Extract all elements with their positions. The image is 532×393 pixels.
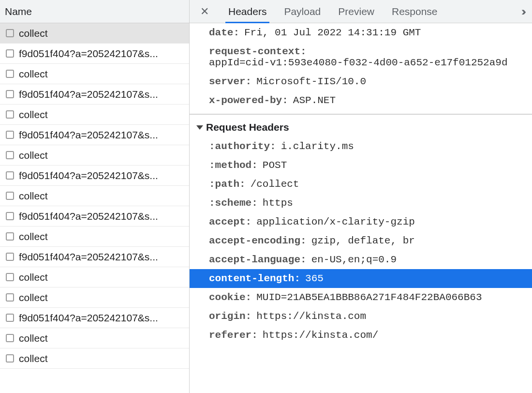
row-checkbox[interactable]: [6, 354, 14, 363]
request-row[interactable]: f9d051f404?a=205242107&s...: [0, 308, 189, 328]
chevron-down-icon: [196, 125, 203, 130]
header-key: content-length:: [209, 273, 300, 284]
request-row[interactable]: f9d051f404?a=205242107&s...: [0, 247, 189, 267]
request-row[interactable]: collect: [0, 186, 189, 206]
row-checkbox[interactable]: [6, 49, 14, 58]
row-checkbox[interactable]: [6, 131, 14, 139]
request-row[interactable]: collect: [0, 23, 189, 44]
header-key: accept-language:: [209, 254, 307, 265]
row-checkbox[interactable]: [6, 171, 14, 180]
header-value: application/x-clarity-gzip: [256, 216, 415, 227]
close-panel-icon[interactable]: ✕: [198, 5, 211, 18]
header-value: Microsoft-IIS/10.0: [256, 76, 366, 87]
header-row[interactable]: cookie:MUID=21AB5EA1BBB86A271F484F22BA06…: [190, 288, 532, 307]
request-row[interactable]: collect: [0, 328, 189, 348]
request-row[interactable]: f9d051f404?a=205242107&s...: [0, 125, 189, 145]
request-row[interactable]: collect: [0, 64, 189, 84]
request-row[interactable]: collect: [0, 267, 189, 287]
header-row[interactable]: date:Fri, 01 Jul 2022 14:31:19 GMT: [190, 23, 532, 42]
header-key: :scheme:: [209, 197, 258, 209]
request-row[interactable]: f9d051f404?a=205242107&s...: [0, 84, 189, 105]
header-value: /collect: [251, 179, 299, 190]
tab-response[interactable]: Response: [392, 0, 438, 23]
tab-headers[interactable]: Headers: [228, 0, 266, 23]
header-key: date:: [209, 27, 239, 38]
request-name: collect: [19, 272, 48, 283]
detail-tabs: ✕ HeadersPayloadPreviewResponse››: [190, 0, 532, 23]
request-name: collect: [19, 150, 48, 161]
request-row[interactable]: f9d051f404?a=205242107&s...: [0, 44, 189, 64]
request-row[interactable]: collect: [0, 348, 189, 369]
header-row[interactable]: origin:https://kinsta.com: [190, 307, 532, 326]
more-tabs-icon[interactable]: ››: [521, 5, 523, 18]
row-checkbox[interactable]: [6, 29, 14, 37]
header-key: accept-encoding:: [209, 235, 307, 246]
request-row[interactable]: f9d051f404?a=205242107&s...: [0, 166, 189, 186]
request-name: f9d051f404?a=205242107&s...: [19, 48, 158, 60]
request-name: f9d051f404?a=205242107&s...: [19, 170, 158, 181]
request-name: f9d051f404?a=205242107&s...: [19, 211, 158, 222]
header-key: :path:: [209, 179, 246, 190]
request-name: collect: [19, 333, 48, 344]
request-name: collect: [19, 292, 48, 303]
request-name: collect: [19, 353, 48, 364]
row-checkbox[interactable]: [6, 253, 14, 261]
row-checkbox[interactable]: [6, 212, 14, 220]
request-name: collect: [19, 190, 48, 202]
row-checkbox[interactable]: [6, 273, 14, 281]
header-key: cookie:: [209, 292, 251, 303]
header-row[interactable]: accept-language:en-US,en;q=0.9: [190, 250, 532, 269]
header-row[interactable]: content-length:365: [190, 269, 532, 288]
header-value: https: [263, 197, 293, 209]
row-checkbox[interactable]: [6, 110, 14, 119]
request-row[interactable]: collect: [0, 105, 189, 125]
header-row[interactable]: :scheme:https: [190, 194, 532, 212]
request-name: f9d051f404?a=205242107&s...: [19, 89, 158, 100]
row-checkbox[interactable]: [6, 334, 14, 342]
header-row[interactable]: request-context:appId=cid-v1:593e4080-f0…: [190, 42, 532, 72]
header-row[interactable]: :method:POST: [190, 156, 532, 175]
header-row[interactable]: :path:/collect: [190, 175, 532, 194]
header-row[interactable]: x-powered-by:ASP.NET: [190, 91, 532, 110]
request-row[interactable]: collect: [0, 145, 189, 166]
request-name: collect: [19, 231, 48, 242]
tab-payload[interactable]: Payload: [284, 0, 321, 23]
header-key: referer:: [209, 330, 258, 341]
header-row[interactable]: :authority:i.clarity.ms: [190, 137, 532, 156]
request-row[interactable]: f9d051f404?a=205242107&s...: [0, 206, 189, 227]
request-name: collect: [19, 68, 48, 80]
row-checkbox[interactable]: [6, 232, 14, 241]
header-row[interactable]: referer:https://kinsta.com/: [190, 326, 532, 345]
header-value: 365: [305, 273, 324, 284]
header-row[interactable]: accept:application/x-clarity-gzip: [190, 212, 532, 231]
row-checkbox[interactable]: [6, 70, 14, 78]
header-row[interactable]: accept-encoding:gzip, deflate, br: [190, 231, 532, 250]
request-name: collect: [19, 28, 48, 39]
request-name: f9d051f404?a=205242107&s...: [19, 129, 158, 141]
header-key: :authority:: [209, 141, 276, 152]
header-key: server:: [209, 76, 251, 87]
header-value: https://kinsta.com/: [263, 330, 378, 341]
header-value: appId=cid-v1:593e4080-f032-4d00-a652-e17…: [209, 57, 508, 68]
header-row[interactable]: server:Microsoft-IIS/10.0: [190, 72, 532, 91]
tab-preview[interactable]: Preview: [338, 0, 374, 23]
row-checkbox[interactable]: [6, 192, 14, 200]
header-key: origin:: [209, 311, 251, 322]
request-row[interactable]: collect: [0, 287, 189, 308]
row-checkbox[interactable]: [6, 151, 14, 159]
header-value: ASP.NET: [293, 95, 336, 106]
request-headers-section-toggle[interactable]: Request Headers: [190, 115, 532, 137]
request-name: f9d051f404?a=205242107&s...: [19, 251, 158, 263]
request-list: collectf9d051f404?a=205242107&s...collec…: [0, 23, 189, 393]
headers-pane: date:Fri, 01 Jul 2022 14:31:19 GMTreques…: [190, 23, 532, 393]
header-value: Fri, 01 Jul 2022 14:31:19 GMT: [244, 27, 421, 38]
row-checkbox[interactable]: [6, 90, 14, 98]
request-name: collect: [19, 109, 48, 121]
header-value: en-US,en;q=0.9: [311, 254, 397, 265]
header-key: :method:: [209, 160, 258, 171]
row-checkbox[interactable]: [6, 314, 14, 322]
request-row[interactable]: collect: [0, 227, 189, 247]
name-column-header[interactable]: Name: [0, 0, 189, 23]
header-value: i.clarity.ms: [281, 141, 354, 152]
row-checkbox[interactable]: [6, 293, 14, 302]
